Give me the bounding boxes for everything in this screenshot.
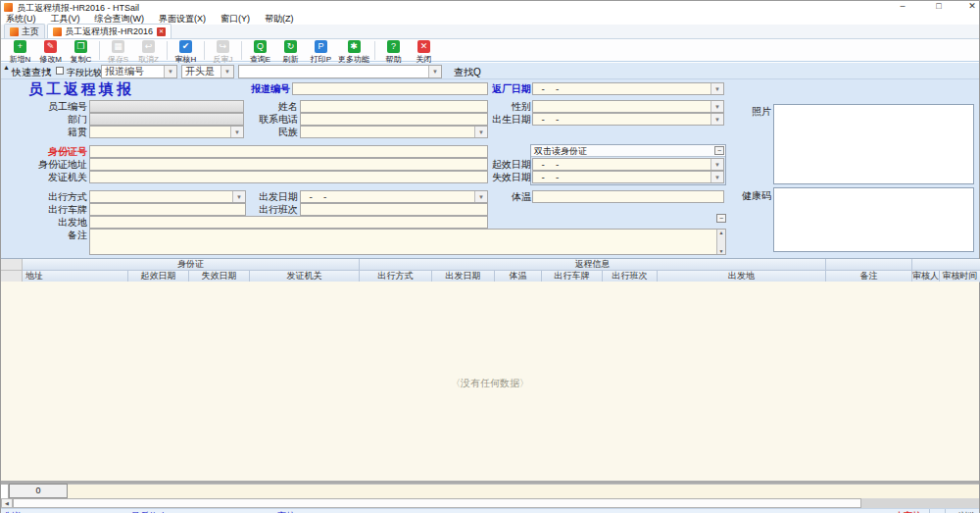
depart-date-value: - - xyxy=(304,191,326,202)
collapse-minus-icon[interactable]: − xyxy=(714,146,724,155)
quickfind-field-select[interactable]: 报道编号 ▼ xyxy=(101,65,177,78)
trip-no-label: 出行班次 xyxy=(239,204,298,216)
quickfind-label[interactable]: 快速查找 xyxy=(12,66,51,79)
id-addr-input[interactable] xyxy=(89,158,488,171)
toolbar-button-close[interactable]: ✕关闭 xyxy=(410,40,438,65)
depart-date-label: 出发日期 xyxy=(239,191,298,203)
grid-body[interactable]: 〈没有任何数据〉 xyxy=(1,282,979,481)
minimize-button[interactable]: – xyxy=(896,1,909,11)
quickfind-menu-icon[interactable]: ▼ xyxy=(46,68,52,74)
tab-home[interactable]: 主页 xyxy=(4,24,45,38)
quickfind-value-select[interactable]: ▼ xyxy=(238,65,442,78)
grid-band-empty xyxy=(826,259,912,271)
native-place-select[interactable]: ▼ xyxy=(89,126,244,138)
depart-date-input[interactable]: - - ▼ xyxy=(300,190,488,203)
tab-icon xyxy=(53,27,62,36)
name-label: 姓名 xyxy=(239,101,298,113)
id-issuer-label: 发证机关 xyxy=(28,172,87,183)
save-icon: ▦ xyxy=(112,40,124,53)
dropdown-arrow-icon[interactable]: ▼ xyxy=(428,66,441,77)
toolbar-button-refresh[interactable]: ↻刷新 xyxy=(276,40,305,65)
toolbar-button-modify[interactable]: ✎修改M xyxy=(36,40,65,65)
toolbar-separator xyxy=(241,41,242,60)
footer-indicator-cell xyxy=(1,484,9,498)
scrollbar-thumb[interactable] xyxy=(13,498,861,508)
remark-scrollbar[interactable]: ▲ ▼ xyxy=(716,230,725,254)
form-panel: 员工返程填报 报道编号 返厂日期 - - ▼ 员工编号 姓名 性别 ▼ 部门 联… xyxy=(1,79,979,258)
dropdown-arrow-icon[interactable]: ▼ xyxy=(164,66,176,77)
app-icon xyxy=(4,3,13,12)
scrollbar-track[interactable] xyxy=(861,498,979,508)
dropdown-arrow-icon[interactable]: ▼ xyxy=(474,127,487,137)
print-icon: P xyxy=(315,40,327,53)
dropdown-arrow-icon[interactable]: ▼ xyxy=(710,83,723,94)
toolbar-button-unaudit: ↪反审J xyxy=(209,40,237,65)
page-title: 员工返程填报 xyxy=(28,80,134,99)
trip-no-input[interactable] xyxy=(300,203,488,216)
quickfind-operator-select[interactable]: 开头是 ▼ xyxy=(181,65,234,78)
grid-empty-text: 〈没有任何数据〉 xyxy=(1,377,979,390)
temperature-input[interactable] xyxy=(532,190,724,203)
id-issuer-input[interactable] xyxy=(89,171,488,183)
photo-box[interactable] xyxy=(773,104,974,184)
grid-band-header: 返程信息 xyxy=(360,259,826,271)
dropdown-arrow-icon[interactable]: ▼ xyxy=(710,159,723,170)
name-input[interactable] xyxy=(300,100,488,113)
valid-from-label: 起效日期 xyxy=(472,159,531,171)
close-icon: ✕ xyxy=(417,40,430,53)
tab-current[interactable]: 员工返程填报-HR2016✕ xyxy=(47,24,172,38)
plate-no-input[interactable] xyxy=(89,203,246,216)
gender-select[interactable]: ▼ xyxy=(532,100,724,113)
close-window-button[interactable]: ✕ xyxy=(965,1,979,11)
scroll-down-icon[interactable]: ▼ xyxy=(719,248,724,254)
statusbar-divider xyxy=(945,509,946,513)
toolbar-button-help[interactable]: ?帮助 xyxy=(379,40,408,65)
health-code-box[interactable] xyxy=(773,187,974,252)
horizontal-scrollbar[interactable]: ◀ xyxy=(1,498,979,508)
report-no-input[interactable] xyxy=(292,82,488,95)
birth-date-input[interactable]: - - ▼ xyxy=(532,113,724,126)
grid-header: 身份证返程信息 地址起效日期失效日期发证机关出行方式出发日期体温出行车牌出行班次… xyxy=(1,258,979,282)
toolbar-button-copy[interactable]: ❐复制C xyxy=(67,40,95,65)
birth-date-label: 出生日期 xyxy=(472,114,531,126)
maximize-button[interactable]: □ xyxy=(932,1,946,11)
panel-collapse-icon[interactable]: ▲ xyxy=(3,64,10,71)
return-date-input[interactable]: - - ▼ xyxy=(532,82,724,95)
id-no-input[interactable] xyxy=(89,145,488,158)
modify-icon: ✎ xyxy=(44,40,57,53)
dept-input xyxy=(89,113,244,126)
id-reader-hint[interactable]: 双击读身份证 xyxy=(531,145,725,157)
phone-input[interactable] xyxy=(300,113,488,126)
depart-place-label: 出发地 xyxy=(28,217,87,229)
toolbar-button-audit[interactable]: ✔审核H xyxy=(172,40,200,65)
toolbar-button-add[interactable]: +新增N xyxy=(6,40,34,65)
field-compare-label: 字段比较 xyxy=(67,67,102,79)
valid-from-input[interactable]: - - ▼ xyxy=(532,158,724,171)
tab-icon xyxy=(10,27,19,36)
collapse-minus-icon[interactable]: − xyxy=(716,214,726,223)
grid-band-empty xyxy=(1,259,23,271)
toolbar-button-print[interactable]: P打印P xyxy=(307,40,335,65)
dropdown-arrow-icon[interactable]: ▼ xyxy=(710,172,723,182)
valid-to-input[interactable]: - - ▼ xyxy=(532,171,724,183)
audit-icon: ✔ xyxy=(179,40,192,53)
search-button[interactable]: 查找Q xyxy=(454,66,481,79)
toolbar-separator xyxy=(374,41,375,60)
tab-close-icon[interactable]: ✕ xyxy=(157,27,166,36)
toolbar-separator xyxy=(167,41,168,60)
tab-label: 员工返程填报-HR2016 xyxy=(65,26,153,38)
travel-mode-select[interactable]: ▼ xyxy=(89,190,246,203)
photo-label: 照片 xyxy=(712,106,771,118)
field-compare-checkbox[interactable] xyxy=(56,67,64,75)
id-addr-label: 身份证地址 xyxy=(19,159,87,171)
depart-place-input[interactable] xyxy=(89,216,488,229)
remark-textarea[interactable]: ▲ ▼ xyxy=(89,229,726,255)
toolbar-button-more[interactable]: ✱更多功能 xyxy=(337,40,370,65)
scroll-up-icon[interactable]: ▲ xyxy=(719,230,724,235)
scroll-left-icon[interactable]: ◀ xyxy=(1,498,13,508)
statusbar-divider xyxy=(929,509,930,513)
footer-filler xyxy=(68,484,979,498)
toolbar-button-query[interactable]: Q查询E xyxy=(246,40,274,65)
dropdown-arrow-icon[interactable]: ▼ xyxy=(220,66,233,77)
ethnicity-select[interactable]: ▼ xyxy=(300,126,488,138)
